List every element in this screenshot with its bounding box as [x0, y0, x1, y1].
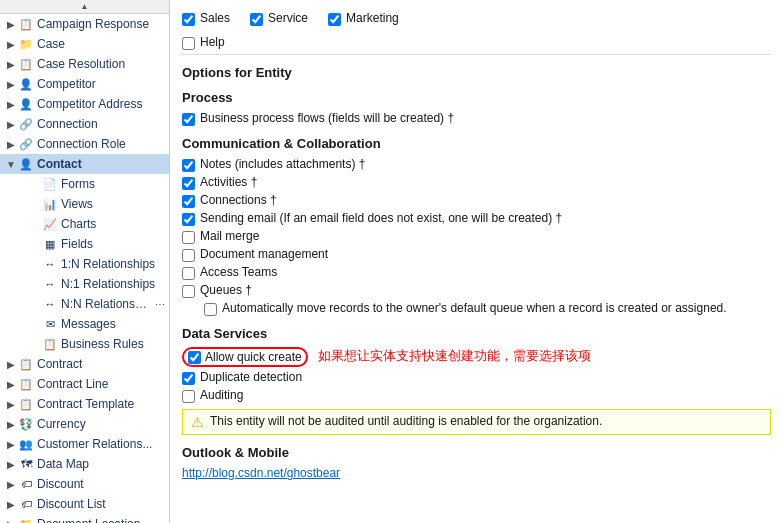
sidebar-item-currency[interactable]: ▶💱Currency: [0, 414, 169, 434]
access-teams-label: Access Teams: [200, 265, 277, 279]
marketing-label: Marketing: [346, 11, 399, 25]
sidebar-item-contract[interactable]: ▶📋Contract: [0, 354, 169, 374]
sending-email-row: Sending email (If an email field does no…: [182, 211, 771, 226]
queues-label: Queues †: [200, 283, 252, 297]
sales-checkbox[interactable]: [182, 13, 195, 26]
sidebar-label-customer-relations: Customer Relations...: [37, 437, 152, 451]
sidebar-item-contact[interactable]: ▼👤Contact: [0, 154, 169, 174]
document-management-checkbox[interactable]: [182, 249, 195, 262]
expand-icon-connection: ▶: [4, 119, 18, 130]
notes-label: Notes (includes attachments) †: [200, 157, 365, 171]
mail-merge-row: Mail merge: [182, 229, 771, 244]
comm-collab-header: Communication & Collaboration: [182, 136, 771, 151]
sales-checkbox-row: Sales: [182, 11, 230, 26]
sidebar-item-charts[interactable]: 📈Charts: [0, 214, 169, 234]
help-label: Help: [200, 35, 225, 49]
help-checkbox[interactable]: [182, 37, 195, 50]
item-icon-forms: 📄: [42, 176, 58, 192]
sidebar-label-forms: Forms: [61, 177, 95, 191]
expand-icon-contract: ▶: [4, 359, 18, 370]
sidebar-item-nn-relationships[interactable]: ↔N:N Relationshi...⋯: [0, 294, 169, 314]
service-checkbox[interactable]: [250, 13, 263, 26]
queues-checkbox[interactable]: [182, 285, 195, 298]
sidebar-label-competitor: Competitor: [37, 77, 96, 91]
expand-icon-discount-list: ▶: [4, 499, 18, 510]
item-icon-competitor: 👤: [18, 76, 34, 92]
sidebar-item-connection[interactable]: ▶🔗Connection: [0, 114, 169, 134]
sidebar-label-currency: Currency: [37, 417, 86, 431]
access-teams-checkbox[interactable]: [182, 267, 195, 280]
sidebar-label-connection-role: Connection Role: [37, 137, 126, 151]
sidebar-item-document-location[interactable]: ▶📁Document Location: [0, 514, 169, 523]
expand-icon-competitor-address: ▶: [4, 99, 18, 110]
sidebar-item-business-rules[interactable]: 📋Business Rules: [0, 334, 169, 354]
sidebar-item-competitor[interactable]: ▶👤Competitor: [0, 74, 169, 94]
auditing-label: Auditing: [200, 388, 243, 402]
sidebar-item-discount[interactable]: ▶🏷Discount: [0, 474, 169, 494]
expand-icon-contact: ▼: [4, 159, 18, 170]
divider1: [182, 54, 771, 55]
expand-icon-contract-template: ▶: [4, 399, 18, 410]
sidebar-item-n1-relationships[interactable]: ↔N:1 Relationships: [0, 274, 169, 294]
expand-icon-data-map: ▶: [4, 459, 18, 470]
sales-label: Sales: [200, 11, 230, 25]
sidebar-item-forms[interactable]: 📄Forms: [0, 174, 169, 194]
item-icon-1n-relationships: ↔: [42, 256, 58, 272]
connections-label: Connections †: [200, 193, 277, 207]
sidebar-item-discount-list[interactable]: ▶🏷Discount List: [0, 494, 169, 514]
expand-icon-competitor: ▶: [4, 79, 18, 90]
sidebar-item-data-map[interactable]: ▶🗺Data Map: [0, 454, 169, 474]
business-process-flows-label: Business process flows (fields will be c…: [200, 111, 454, 125]
expand-icon-case: ▶: [4, 39, 18, 50]
sidebar-item-contract-template[interactable]: ▶📋Contract Template: [0, 394, 169, 414]
duplicate-detection-checkbox[interactable]: [182, 372, 195, 385]
blog-link[interactable]: http://blog.csdn.net/ghostbear: [182, 466, 771, 480]
more-icon-nn-relationships[interactable]: ⋯: [155, 299, 165, 310]
item-icon-data-map: 🗺: [18, 456, 34, 472]
expand-icon-discount: ▶: [4, 479, 18, 490]
expand-icon-document-location: ▶: [4, 519, 18, 524]
auditing-checkbox[interactable]: [182, 390, 195, 403]
sidebar-label-1n-relationships: 1:N Relationships: [61, 257, 155, 271]
allow-quick-create-label: Allow quick create: [205, 350, 302, 364]
scroll-up-arrow[interactable]: ▲: [0, 0, 169, 14]
sidebar-item-contract-line[interactable]: ▶📋Contract Line: [0, 374, 169, 394]
notes-checkbox[interactable]: [182, 159, 195, 172]
activities-label: Activities †: [200, 175, 257, 189]
sidebar-label-contract: Contract: [37, 357, 82, 371]
sidebar-item-competitor-address[interactable]: ▶👤Competitor Address: [0, 94, 169, 114]
item-icon-views: 📊: [42, 196, 58, 212]
main-content: Sales Service Marketing Help Options for…: [170, 0, 783, 523]
activities-row: Activities †: [182, 175, 771, 190]
item-icon-n1-relationships: ↔: [42, 276, 58, 292]
access-teams-row: Access Teams: [182, 265, 771, 280]
sidebar-item-case[interactable]: ▶📁Case: [0, 34, 169, 54]
sidebar-item-fields[interactable]: ▦Fields: [0, 234, 169, 254]
sending-email-checkbox[interactable]: [182, 213, 195, 226]
sidebar-item-customer-relations[interactable]: ▶👥Customer Relations...: [0, 434, 169, 454]
item-icon-charts: 📈: [42, 216, 58, 232]
sidebar-item-case-resolution[interactable]: ▶📋Case Resolution: [0, 54, 169, 74]
audit-warning-text: This entity will not be audited until au…: [210, 414, 602, 428]
auto-move-checkbox[interactable]: [204, 303, 217, 316]
item-icon-contract-line: 📋: [18, 376, 34, 392]
auditing-row: Auditing: [182, 388, 771, 403]
allow-quick-create-checkbox[interactable]: [188, 351, 201, 364]
sidebar-item-1n-relationships[interactable]: ↔1:N Relationships: [0, 254, 169, 274]
sidebar-item-views[interactable]: 📊Views: [0, 194, 169, 214]
mail-merge-checkbox[interactable]: [182, 231, 195, 244]
sidebar-label-data-map: Data Map: [37, 457, 89, 471]
business-process-flows-checkbox[interactable]: [182, 113, 195, 126]
document-management-label: Document management: [200, 247, 328, 261]
sidebar-item-messages[interactable]: ✉Messages: [0, 314, 169, 334]
marketing-checkbox[interactable]: [328, 13, 341, 26]
warning-icon: ⚠: [191, 414, 204, 430]
annotation-text: 如果想让实体支持快速创建功能，需要选择该项: [318, 347, 591, 365]
sidebar-label-messages: Messages: [61, 317, 116, 331]
sidebar-item-campaign-response[interactable]: ▶📋Campaign Response: [0, 14, 169, 34]
activities-checkbox[interactable]: [182, 177, 195, 190]
connections-checkbox[interactable]: [182, 195, 195, 208]
connections-row: Connections †: [182, 193, 771, 208]
item-icon-contact: 👤: [18, 156, 34, 172]
sidebar-item-connection-role[interactable]: ▶🔗Connection Role: [0, 134, 169, 154]
